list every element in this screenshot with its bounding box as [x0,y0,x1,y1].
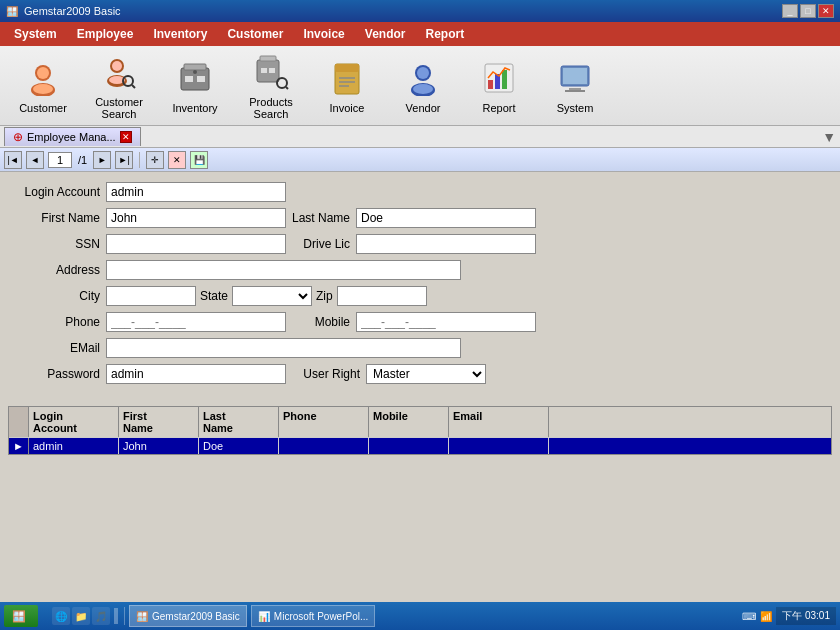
taskbar-app-gemstar[interactable]: 🪟 Gemstar2009 Basic [129,605,247,627]
toolbar-customer[interactable]: Customer [8,54,78,118]
svg-point-3 [33,84,53,94]
close-button[interactable]: ✕ [818,4,834,18]
nav-next-button[interactable]: ► [93,151,111,169]
menu-system[interactable]: System [4,25,67,43]
taskbar-app-powerpoint[interactable]: 📊 Microsoft PowerPol... [251,605,375,627]
title-bar-text: Gemstar2009 Basic [24,5,121,17]
ssn-label: SSN [16,237,106,251]
taskbar-right: ⌨ 📶 下午 03:01 [742,607,836,625]
nav-first-button[interactable]: |◄ [4,151,22,169]
app-gemstar-label: Gemstar2009 Basic [152,611,240,622]
taskbar-separator [114,608,118,624]
email-input[interactable] [106,338,461,358]
toolbar-system[interactable]: System [540,54,610,118]
svg-line-9 [132,85,135,88]
city-input[interactable] [106,286,196,306]
nav-save-button[interactable]: 💾 [190,151,208,169]
toolbar-products-search[interactable]: Products Search [236,48,306,124]
nav-add-button[interactable]: ✛ [146,151,164,169]
col-header-phone: Phone [279,407,369,437]
drive-lic-input[interactable] [356,234,536,254]
ie-icon[interactable]: 🌐 [52,607,70,625]
form-area: Login Account First Name Last Name SSN D… [0,172,840,400]
cell-phone [279,438,369,454]
taskbar-clock: 下午 03:01 [776,607,836,625]
media-icon[interactable]: 🎵 [92,607,110,625]
email-row: EMail [16,338,824,358]
toolbar-customer-label: Customer [19,102,67,114]
minimize-button[interactable]: _ [782,4,798,18]
toolbar-report[interactable]: Report [464,54,534,118]
menu-bar: System Employee Inventory Customer Invoi… [0,22,840,46]
folder-icon[interactable]: 📁 [72,607,90,625]
nav-last-button[interactable]: ►| [115,151,133,169]
col-header-first-name: FirstName [119,407,199,437]
app-powerpoint-label: Microsoft PowerPol... [274,611,368,622]
password-input[interactable] [106,364,286,384]
start-icon: 🪟 [12,610,26,623]
inventory-icon [175,58,215,98]
svg-rect-11 [184,64,206,70]
svg-rect-13 [185,76,193,82]
cell-last-name: Doe [199,438,279,454]
state-select[interactable]: CATXNY [232,286,312,306]
toolbar-vendor-label: Vendor [406,102,441,114]
svg-line-18 [286,87,288,89]
toolbar-customer-search[interactable]: Customer Search [84,48,154,124]
customer-icon [23,58,63,98]
zip-input[interactable] [337,286,427,306]
menu-employee[interactable]: Employee [67,25,144,43]
menu-inventory[interactable]: Inventory [143,25,217,43]
svg-rect-14 [197,76,205,82]
password-label: Password [16,367,106,381]
state-label: State [196,289,232,303]
city-row: City State CATXNY Zip [16,286,824,306]
login-account-label: Login Account [16,185,106,199]
toolbar-invoice[interactable]: Invoice [312,54,382,118]
phone-input[interactable] [106,312,286,332]
login-account-input[interactable] [106,182,286,202]
address-input[interactable] [106,260,461,280]
app-window: 🪟 Gemstar2009 Basic _ □ ✕ System Employe… [0,0,840,602]
mobile-input[interactable] [356,312,536,332]
cell-first-name: John [119,438,199,454]
mobile-label: Mobile [286,315,356,329]
clock-time: 下午 03:01 [782,609,830,623]
toolbar-report-label: Report [482,102,515,114]
email-label: EMail [16,341,106,355]
menu-vendor[interactable]: Vendor [355,25,416,43]
toolbar-system-label: System [557,102,594,114]
first-name-input[interactable] [106,208,286,228]
zip-label: Zip [312,289,337,303]
tab-employee-manage[interactable]: ⊕ Employee Mana... ✕ [4,127,141,146]
user-right-select[interactable]: Master Admin User [366,364,486,384]
start-button[interactable]: 🪟 [4,605,38,627]
menu-customer[interactable]: Customer [217,25,293,43]
data-grid: LoginAccount FirstName LastName Phone Mo… [8,406,832,455]
nav-delete-button[interactable]: ✕ [168,151,186,169]
col-header-mobile: Mobile [369,407,449,437]
toolbar-inventory[interactable]: Inventory [160,54,230,118]
nav-prev-button[interactable]: ◄ [26,151,44,169]
tab-close-button[interactable]: ✕ [120,131,132,143]
nav-total: /1 [76,154,89,166]
menu-invoice[interactable]: Invoice [293,25,354,43]
system-icon [555,58,595,98]
last-name-input[interactable] [356,208,536,228]
toolbar-vendor[interactable]: Vendor [388,54,458,118]
toolbar-inventory-label: Inventory [172,102,217,114]
table-row[interactable]: ► admin John Doe [9,437,831,454]
ssn-input[interactable] [106,234,286,254]
taskbar: 🪟 🌐 📁 🎵 🪟 Gemstar2009 Basic 📊 Microsoft … [0,602,840,630]
app-gemstar-icon: 🪟 [136,611,148,622]
maximize-button[interactable]: □ [800,4,816,18]
col-header-login-account: LoginAccount [29,407,119,437]
row-indicator: ► [9,438,29,454]
filter-icon[interactable]: ▼ [822,129,836,145]
svg-point-12 [193,70,197,74]
phone-label: Phone [16,315,106,329]
vendor-icon [403,58,443,98]
menu-report[interactable]: Report [415,25,474,43]
nav-bar: |◄ ◄ 1 /1 ► ►| ✛ ✕ 💾 [0,148,840,172]
nav-page-input[interactable]: 1 [48,152,72,168]
